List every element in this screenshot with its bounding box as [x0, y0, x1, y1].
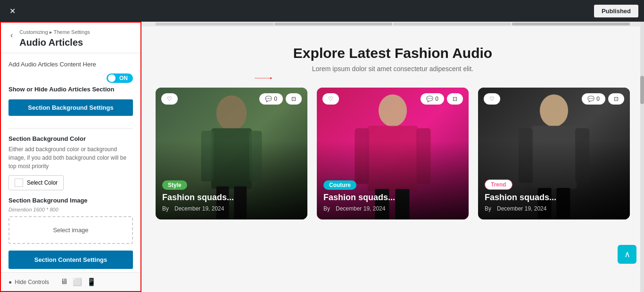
toggle-switch[interactable]: ON — [107, 73, 133, 83]
back-button[interactable]: ‹ — [8, 30, 15, 41]
card-1-heart-button[interactable]: ♡ — [161, 93, 178, 105]
top-strip — [141, 22, 644, 26]
card-1-comment-count: 0 — [274, 96, 277, 102]
scrollbar[interactable] — [640, 22, 644, 292]
card-3-category: Trend — [485, 179, 512, 190]
bg-image-label: Section Background Image — [8, 197, 133, 204]
cards-grid: ♡ 💬 0 ⊡ Style — [156, 88, 630, 219]
sidebar: ‹ Customizing ▸ Theme Settings Audio Art… — [0, 22, 141, 292]
card-3-meta: By December 19, 2024 — [485, 205, 623, 212]
comment-icon-3: 💬 — [587, 96, 594, 102]
card-3-date: December 19, 2024 — [497, 205, 546, 212]
card-3-bottom: Trend Fashion squads... By December 19, … — [485, 179, 623, 212]
scrollbar-thumb[interactable] — [640, 76, 644, 104]
breadcrumb: Customizing ▸ Theme Settings — [19, 29, 90, 35]
sidebar-body: Add Audio Articles Content Here ON Show … — [1, 53, 140, 272]
comment-icon: 💬 — [265, 96, 272, 102]
section-subtitle: Lorem ipsum dolor sit amet consectetur a… — [156, 65, 630, 73]
heart-icon-2: ♡ — [328, 96, 333, 102]
select-color-label: Select Color — [27, 179, 58, 186]
card-1-title: Fashion squads... — [162, 193, 301, 203]
published-button[interactable]: Published — [594, 5, 638, 17]
card-1-bottom: Style Fashion squads... By December 19, … — [162, 180, 301, 212]
close-button[interactable]: ✕ — [6, 5, 19, 17]
card-2-title: Fashion squads... — [323, 193, 462, 203]
monitor-icon[interactable]: 🖥 — [60, 277, 68, 286]
card-1-bookmark-button[interactable]: ⊡ — [286, 93, 302, 105]
toggle-row: ON — [8, 73, 133, 83]
content-label: Add Audio Articles Content Here — [8, 61, 133, 68]
card-2-meta: By December 19, 2024 — [323, 205, 462, 212]
card-1-actions: ♡ 💬 0 ⊡ — [161, 93, 302, 105]
chevron-up-icon: ∧ — [624, 249, 630, 260]
scroll-top-button[interactable]: ∧ — [618, 245, 636, 264]
bg-image-section: Section Background Image Dimention 1600 … — [8, 197, 133, 244]
divider — [8, 128, 133, 129]
section-title: Explore Latest Fashion Audio — [156, 45, 630, 61]
card-2-category: Couture — [323, 180, 356, 190]
card-2-actions: ♡ 💬 0 ⊡ — [322, 93, 463, 105]
card-1: ♡ 💬 0 ⊡ Style — [156, 88, 307, 219]
mobile-icon[interactable]: 📱 — [87, 277, 96, 286]
dimension-note: Dimention 1600 * 800 — [8, 207, 133, 212]
select-image-button[interactable]: Select image — [8, 216, 133, 244]
card-3: ♡ 💬 0 ⊡ Trend — [478, 88, 630, 219]
bg-color-desc: Either add background color or backgroun… — [8, 145, 133, 170]
sidebar-header-text: Customizing ▸ Theme Settings Audio Artic… — [19, 29, 90, 48]
main-content: Explore Latest Fashion Audio Lorem ipsum… — [141, 22, 644, 292]
hide-controls[interactable]: ● Hide Controls — [8, 279, 49, 285]
card-3-comment-button[interactable]: 💬 0 — [582, 93, 605, 105]
tablet-icon[interactable]: ⬜ — [73, 277, 82, 286]
device-icons: 🖥 ⬜ 📱 — [60, 277, 96, 286]
card-3-heart-button[interactable]: ♡ — [484, 93, 500, 105]
card-3-title: Fashion squads... — [485, 193, 623, 203]
heart-icon: ♡ — [167, 96, 172, 102]
color-swatch — [15, 178, 23, 187]
card-1-category: Style — [162, 180, 187, 190]
card-1-by: By — [162, 205, 169, 212]
hide-controls-label: Hide Controls — [15, 279, 49, 285]
card-3-by: By — [485, 205, 491, 212]
card-1-meta: By December 19, 2024 — [162, 205, 301, 212]
card-1-date: December 19, 2024 — [174, 205, 224, 212]
card-2-by: By — [323, 205, 330, 212]
card-3-bookmark-button[interactable]: ⊡ — [608, 93, 624, 105]
audio-section: Explore Latest Fashion Audio Lorem ipsum… — [141, 26, 644, 243]
select-color-button[interactable]: Select Color — [8, 175, 64, 190]
comment-icon-2: 💬 — [426, 96, 433, 102]
bookmark-icon: ⊡ — [291, 96, 296, 102]
card-2-date: December 19, 2024 — [336, 205, 385, 212]
bookmark-icon-3: ⊡ — [614, 96, 619, 102]
section-content-settings-button[interactable]: Section Content Settings — [8, 251, 133, 269]
main-layout: ‹ Customizing ▸ Theme Settings Audio Art… — [0, 22, 644, 292]
card-2-bookmark-button[interactable]: ⊡ — [447, 93, 463, 105]
sidebar-title: Audio Articles — [19, 37, 90, 48]
card-2-comment-count: 0 — [435, 96, 438, 102]
show-hide-label: Show or Hide Audio Articles Section — [8, 86, 133, 93]
section-bg-settings-button[interactable]: Section Background Settings — [8, 99, 133, 116]
bg-color-label: Section Background Color — [8, 135, 133, 142]
card-2-heart-button[interactable]: ♡ — [322, 93, 339, 105]
card-1-comment-button[interactable]: 💬 0 — [259, 93, 283, 105]
bookmark-icon-2: ⊡ — [453, 96, 457, 102]
card-2-bottom: Couture Fashion squads... By December 19… — [323, 180, 462, 212]
card-3-actions: ♡ 💬 0 ⊡ — [484, 93, 624, 105]
heart-icon-3: ♡ — [489, 96, 495, 102]
eye-icon: ● — [8, 279, 12, 285]
card-3-comment-count: 0 — [596, 96, 600, 102]
sidebar-header: ‹ Customizing ▸ Theme Settings Audio Art… — [1, 23, 140, 53]
card-2-comment-button[interactable]: 💬 0 — [421, 93, 444, 105]
sidebar-footer: ● Hide Controls 🖥 ⬜ 📱 — [1, 272, 140, 291]
card-2: ♡ 💬 0 ⊡ Couture — [317, 88, 469, 219]
top-bar: ✕ Published — [0, 0, 644, 22]
